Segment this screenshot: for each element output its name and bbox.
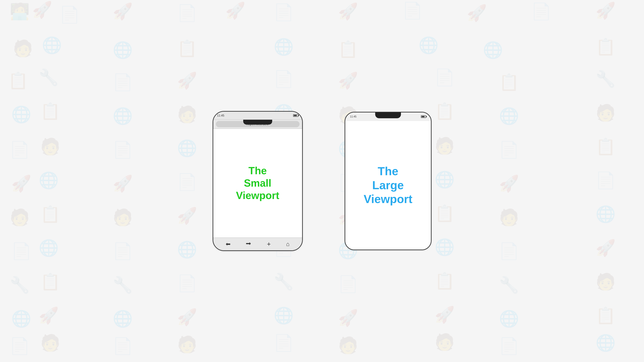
back-icon[interactable]: ⬅	[226, 241, 230, 247]
phone-small-status-bar: 11:45	[213, 112, 302, 120]
phone-large-screen: The Large Viewport	[345, 121, 431, 250]
phone-small-viewport-label: The Small Viewport	[236, 165, 279, 202]
battery-body	[293, 114, 298, 117]
phone-large-viewport-label: The Large Viewport	[364, 164, 412, 206]
phone-large-text-line2: Large	[372, 179, 404, 192]
add-tab-icon[interactable]: +	[267, 241, 271, 248]
phone-small-time: 11:45	[217, 114, 224, 117]
home-icon[interactable]: ⌂	[286, 241, 290, 247]
phone-large-time: 11:45	[350, 115, 356, 118]
phone-small-battery-icon	[293, 114, 298, 117]
phone-small-text-line2: Small	[244, 177, 272, 189]
battery-fill-large	[422, 116, 425, 117]
phone-large-battery-icon	[421, 115, 426, 118]
battery-body-large	[421, 115, 426, 118]
phone-small-screen: The Small Viewport	[213, 129, 302, 238]
phone-small: 11:45 https://web.dev/ The Small Viewpor…	[213, 111, 303, 251]
phone-small-notch	[243, 120, 272, 124]
phone-large-notch	[375, 112, 401, 118]
battery-fill	[294, 115, 297, 116]
phone-large-text-line1: The	[378, 165, 398, 178]
phone-large: 11:45 web.dev The Large Viewport	[344, 112, 432, 250]
main-content: 11:45 https://web.dev/ The Small Viewpor…	[0, 0, 644, 362]
phone-small-text-line1: The	[248, 165, 267, 176]
phone-large-text-line3: Viewport	[364, 193, 412, 205]
phone-small-text-line3: Viewport	[236, 190, 279, 201]
forward-icon[interactable]: ⮕	[246, 241, 252, 247]
phone-small-nav-bar: ⬅ ⮕ + ⌂	[213, 238, 302, 250]
